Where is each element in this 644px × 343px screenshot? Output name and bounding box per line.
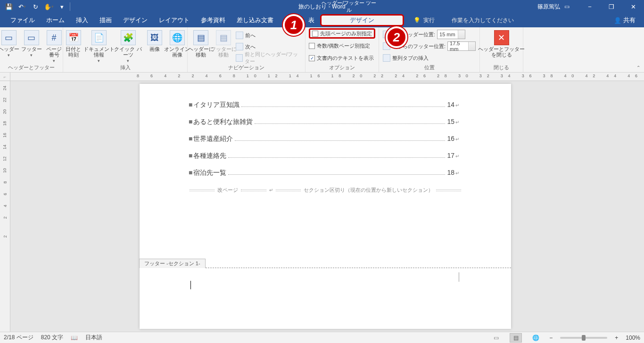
zoom-level[interactable]: 100% [626, 335, 640, 341]
section-break-label: セクション区切り（現在の位置から新しいセクション） [304, 187, 433, 194]
datetime-button[interactable]: 📅日付と 時刻 [63, 30, 84, 57]
para-mark-icon: ↵ [455, 154, 459, 159]
section-break-marker: 改ページ ↵ セクション区切り（現在の位置から新しいセクション） [187, 187, 464, 194]
tab-design[interactable]: デザイン [117, 13, 153, 27]
odd-even-checkbox[interactable]: 奇数/偶数ページ別指定 [309, 41, 370, 51]
toc-page-num: 17 [447, 152, 454, 159]
page-number-button[interactable]: #ページ 番号▾ [44, 30, 65, 63]
show-doc-text-checkbox[interactable]: 文書内のテキストを表示 [309, 53, 374, 63]
group-label: 挿入 [66, 63, 184, 72]
ruler-mark: 14 [2, 145, 7, 149]
ruler-mark: 10 [2, 168, 7, 173]
window-controls: − ❐ ✕ [579, 0, 644, 13]
leader-dots [235, 140, 445, 141]
tab-home[interactable]: ホーム [41, 13, 70, 27]
leader-dots [241, 106, 445, 107]
minimize-button[interactable]: − [579, 0, 601, 13]
ruler-mark: 4 [2, 204, 7, 207]
footer-region[interactable]: フッター -セクション 1- [140, 268, 511, 268]
leader-dots [228, 174, 445, 175]
header-pos-input[interactable]: 15 mm [437, 30, 465, 39]
goto-header-button[interactable]: ▤ヘッダーに 移動 [190, 30, 211, 57]
header-icon: ▭ [1, 30, 17, 45]
zoom-slider[interactable] [560, 337, 607, 339]
view-print-icon[interactable]: ▤ [510, 333, 522, 343]
user-name[interactable]: 篠原篤弘 [537, 3, 560, 11]
group-label: オプション [308, 63, 376, 72]
toc-page-num: 16 [447, 135, 454, 142]
toc-line: ■宿泊先一覧18↵ [189, 169, 459, 177]
page-number-icon: # [47, 30, 62, 45]
status-word-count[interactable]: 820 文字 [41, 334, 63, 342]
touch-mode-icon[interactable]: ✋▾ [42, 1, 55, 12]
proofing-icon[interactable]: 📖 [71, 335, 78, 341]
footer-button[interactable]: ▭フッター▾ [21, 30, 42, 57]
vertical-ruler[interactable]: 242220181614121086422 [0, 81, 10, 332]
tab-file[interactable]: ファイル [5, 13, 41, 27]
goto-footer-button: ▤フッターに 移動 [213, 30, 234, 57]
goto-footer-icon: ▤ [216, 30, 231, 45]
status-page[interactable]: 2/18 ページ [4, 334, 33, 342]
zoom-out-button[interactable]: − [549, 335, 553, 341]
tell-me-search[interactable]: 💡 実行 作業を入力してください [413, 16, 514, 24]
zoom-thumb[interactable] [582, 335, 586, 341]
tab-view[interactable]: 表 [303, 13, 320, 27]
toc-line: ■あると便利な旅雑貨15↵ [189, 118, 459, 126]
view-web-icon[interactable]: 🌐 [529, 333, 542, 343]
ribbon-display-options-icon[interactable]: ▭ [560, 3, 573, 10]
tab-icon [383, 54, 390, 62]
bullet-icon: ■ [189, 152, 192, 159]
group-label: 位置 [382, 63, 477, 72]
toc-line: ■各種連絡先17↵ [189, 152, 459, 160]
toc-title: 各種連絡先 [193, 152, 226, 160]
checkbox-checked-icon [309, 55, 315, 61]
para-mark-icon: ↵ [455, 171, 459, 176]
footer-pos-input[interactable]: 17.5 mm [447, 41, 476, 51]
group-insert: 📅日付と 時刻 📄ドキュメント 情報▾ 🧩クイック パーツ▾ 🖼画像 🌐オンライ… [63, 27, 188, 72]
document-area: ⌐ 8 6 4 2 2 4 6 8 10 12 14 16 18 20 22 2… [0, 73, 644, 332]
tab-insert[interactable]: 挿入 [70, 13, 94, 27]
insert-align-tab-button[interactable]: 整列タブの挿入 [383, 53, 429, 63]
tab-mail[interactable]: 差し込み文書 [231, 13, 279, 27]
group-close: ✕ヘッダーとフッター を閉じる 閉じる [480, 27, 523, 72]
online-image-button[interactable]: 🌐オンライン 画像 [167, 30, 188, 57]
checkbox-icon [312, 31, 318, 37]
footer-icon: ▭ [24, 30, 39, 45]
horizontal-ruler[interactable]: 8 6 4 2 2 4 6 8 10 12 14 16 18 20 22 24 … [10, 73, 644, 81]
save-icon[interactable]: 💾 [3, 1, 15, 12]
tab-hf-design[interactable]: デザイン [320, 14, 404, 26]
tab-draw[interactable]: 描画 [94, 13, 117, 27]
ribbon-tabs: ファイル ホーム 挿入 描画 デザイン レイアウト 参考資料 差し込み文書 校閲… [0, 13, 644, 27]
close-window-button[interactable]: ✕ [622, 0, 644, 13]
restore-button[interactable]: ❐ [601, 0, 622, 13]
docinfo-button[interactable]: 📄ドキュメント 情報▾ [86, 30, 112, 63]
undo-icon[interactable]: ↶▾ [16, 1, 28, 12]
collapse-ribbon-icon[interactable]: ⌃ [636, 65, 640, 70]
status-language[interactable]: 日本語 [85, 334, 102, 342]
next-section-button[interactable]: 次へ [236, 41, 302, 52]
share-label: 共有 [623, 16, 636, 24]
redo-icon[interactable]: ↻ [29, 1, 41, 12]
view-read-icon[interactable]: ▭ [490, 333, 502, 343]
right-margin-marker [459, 272, 459, 282]
header-button[interactable]: ▭ヘッダー▾ [0, 30, 19, 57]
group-header-footer: ▭ヘッダー▾ ▭フッター▾ #ページ 番号▾ ヘッダーとフッター [0, 27, 63, 72]
first-page-different-checkbox[interactable]: 先頭ページのみ別指定 [309, 28, 375, 39]
page[interactable]: ■イタリア豆知識14↵■あると便利な旅雑貨15↵■世界遺産紹介16↵■各種連絡先… [140, 84, 511, 329]
zoom-in-button[interactable]: + [615, 335, 618, 341]
ruler-mark: 22 [2, 98, 7, 102]
callout-2: 2 [386, 26, 407, 48]
quickparts-button[interactable]: 🧩クイック パーツ▾ [114, 30, 142, 63]
tab-references[interactable]: 参考資料 [195, 13, 231, 27]
bullet-icon: ■ [189, 101, 192, 108]
tab-layout[interactable]: レイアウト [153, 13, 195, 27]
h-ruler-ticks: 8 6 4 2 2 4 6 8 10 12 14 16 18 20 22 24 … [137, 74, 644, 78]
contextual-tool-title: ヘッダー/フッター ツール [321, 0, 377, 14]
share-button[interactable]: 👤 共有 [609, 13, 640, 27]
title-bar: 💾 ↶▾ ↻ ✋▾ ▾ 旅のしおり - Word ヘッダー/フッター ツール 篠… [0, 0, 644, 13]
qat-customize-icon[interactable]: ▾ [56, 1, 68, 12]
footer-section-tag: フッター -セクション 1- [139, 259, 206, 268]
close-header-footer-button[interactable]: ✕ヘッダーとフッター を閉じる [483, 30, 520, 57]
image-button[interactable]: 🖼画像 [144, 30, 165, 52]
callout-1: 1 [283, 14, 305, 36]
